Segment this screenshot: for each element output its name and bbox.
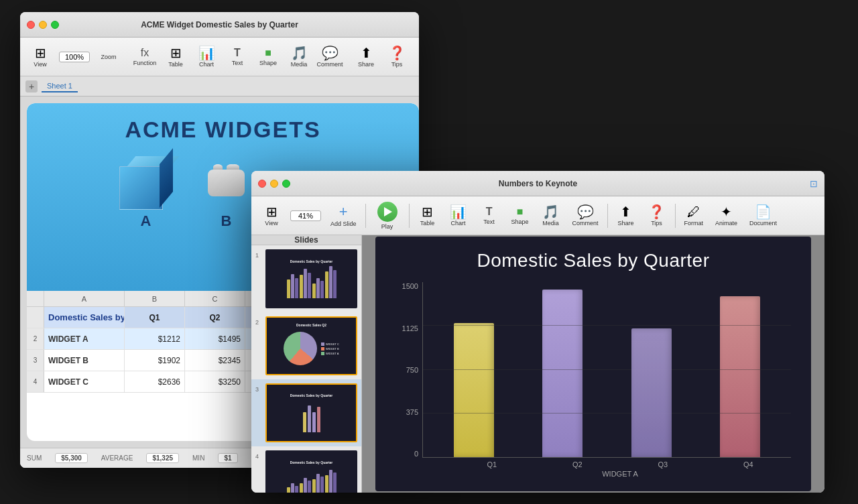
- play-button[interactable]: Play: [369, 199, 406, 233]
- mini-bar-group-4b: [300, 478, 311, 493]
- min-value: $1: [218, 453, 237, 463]
- keynote-minimize-button[interactable]: [270, 180, 278, 188]
- keynote-tips-button[interactable]: ❓ Tips: [642, 202, 672, 229]
- tips-icon: ❓: [389, 46, 406, 60]
- minimize-button[interactable]: [39, 21, 47, 29]
- widget-c-q1[interactable]: $2636: [125, 371, 185, 392]
- slide-thumb-3[interactable]: 3 Domestic Sales by Quarter: [251, 379, 361, 446]
- keynote-view-icon: ⊞: [266, 205, 278, 218]
- text-button[interactable]: T Text: [223, 45, 252, 69]
- header-q2[interactable]: Q2: [185, 307, 245, 328]
- widget-a-q1[interactable]: $1212: [125, 328, 185, 349]
- slide-preview-1[interactable]: Domestic Sales by Quarter: [265, 249, 357, 308]
- row-num-3: 3: [27, 350, 44, 371]
- share-icon: ⬆: [361, 46, 372, 60]
- widget-c-q2[interactable]: $3250: [185, 371, 245, 392]
- keynote-text-button[interactable]: T Text: [475, 204, 504, 228]
- keynote-chart-button[interactable]: 📊 Chart: [444, 202, 473, 229]
- view-button[interactable]: ⊞ View: [25, 44, 55, 70]
- comment-icon: 💬: [322, 46, 339, 60]
- col-header-c: C: [185, 291, 245, 306]
- mini-bar-4a1: [287, 487, 290, 493]
- share-button[interactable]: ⬆ Share: [351, 44, 381, 70]
- keynote-window-icon: ⊡: [810, 178, 818, 190]
- sheet-tab[interactable]: Sheet 1: [42, 80, 78, 92]
- mini-bar-3d: [317, 407, 320, 432]
- mini-slide-1: Domestic Sales by Quarter: [267, 251, 356, 307]
- slide-preview-2[interactable]: Domestic Sales Q2 WIDGET C WIDGE: [265, 316, 357, 375]
- y-label-750: 750: [406, 366, 418, 374]
- mini-bar-1d1: [325, 271, 328, 298]
- widget-b-q2[interactable]: $2345: [185, 350, 245, 371]
- slide-preview-4[interactable]: Domestic Sales by Quarter: [265, 450, 357, 493]
- zoom-button[interactable]: Zoom: [94, 51, 123, 63]
- widget-a-q2[interactable]: $1495: [185, 328, 245, 349]
- slide-preview-3[interactable]: Domestic Sales by Quarter: [265, 383, 357, 442]
- comment-button[interactable]: 💬 Comment: [315, 44, 345, 70]
- close-button[interactable]: [27, 21, 35, 29]
- slide-num-1: 1: [255, 249, 262, 259]
- chart-label: Chart: [199, 61, 214, 68]
- keynote-shape-button[interactable]: ■ Shape: [505, 204, 535, 228]
- keynote-maximize-button[interactable]: [282, 180, 290, 188]
- slide-thumb-2[interactable]: 2 Domestic Sales Q2 WIDGET C: [251, 312, 361, 379]
- tips-button[interactable]: ❓ Tips: [382, 44, 412, 70]
- keynote-sep-4: [675, 204, 676, 228]
- bar-group-q3: [607, 328, 696, 457]
- add-slide-button[interactable]: + Add Slide: [325, 202, 362, 230]
- keynote-share-button[interactable]: ⬆ Share: [611, 202, 641, 229]
- slides-panel: Slides 1 Domestic Sales by Quarter: [251, 235, 362, 493]
- zoom-display[interactable]: 100%: [59, 52, 90, 62]
- keynote-table-button[interactable]: ⊞ Table: [413, 202, 442, 229]
- product-b-toy: [200, 149, 253, 210]
- maximize-button[interactable]: [51, 21, 59, 29]
- shape-button[interactable]: ■ Shape: [253, 45, 283, 69]
- slide-thumb-4[interactable]: 4 Domestic Sales by Quarter: [251, 446, 361, 493]
- keynote-chart-icon: 📊: [450, 205, 467, 218]
- sum-label: SUM: [27, 454, 42, 462]
- product-b-label: B: [221, 212, 232, 230]
- chart-button[interactable]: 📊 Chart: [192, 44, 221, 70]
- format-button[interactable]: 🖊 Format: [418, 44, 419, 70]
- keynote-animate-label: Animate: [715, 220, 737, 227]
- keynote-view-button[interactable]: ⊞ View: [257, 202, 286, 229]
- shape-label: Shape: [259, 60, 277, 66]
- bar-group-q1: [430, 323, 518, 457]
- legend-color-b: [321, 347, 324, 351]
- keynote-format-button[interactable]: 🖊 Format: [679, 202, 709, 229]
- play-icon[interactable]: [377, 202, 397, 222]
- keynote-media-button[interactable]: 🎵 Media: [536, 202, 566, 229]
- mini-bar-4c3: [320, 477, 324, 493]
- function-button[interactable]: fx Function: [130, 45, 160, 69]
- keynote-zoom-display[interactable]: 41%: [290, 210, 321, 221]
- keynote-comment-icon: 💬: [577, 205, 594, 218]
- text-icon: T: [234, 48, 241, 58]
- pie-legend-c: WIDGET A: [321, 352, 339, 355]
- mini-bar-group-3d: [317, 407, 320, 432]
- chart-wrapper: 1500 1125 750 375 0: [395, 282, 791, 478]
- slide-thumb-1[interactable]: 1 Domestic Sales by Quarter: [251, 245, 361, 312]
- keynote-close-button[interactable]: [258, 180, 266, 188]
- slide-canvas-area: Domestic Sales by Quarter 1500 1125 750 …: [362, 235, 824, 493]
- widget-b-q1[interactable]: $1902: [125, 350, 185, 371]
- mini-chart-3: [303, 399, 320, 432]
- legend-label-a: WIDGET C: [326, 342, 339, 346]
- keynote-comment-button[interactable]: 💬 Comment: [567, 202, 604, 229]
- add-sheet-button[interactable]: +: [25, 80, 38, 92]
- mini-bar-1d3: [333, 270, 336, 298]
- mini-bar-4d3: [333, 472, 336, 493]
- header-q1[interactable]: Q1: [125, 307, 185, 328]
- keynote-animate-button[interactable]: ✦ Animate: [710, 202, 743, 229]
- mini-bar-3c: [312, 412, 316, 432]
- table-button[interactable]: ⊞ Table: [161, 44, 190, 70]
- min-label: MIN: [192, 454, 204, 462]
- media-button[interactable]: 🎵 Media: [284, 44, 314, 70]
- x-label-q3: Q3: [620, 458, 706, 468]
- mini-bar-3a: [303, 412, 306, 432]
- mini-bar-1b2: [304, 269, 307, 298]
- row-header-space: [27, 291, 44, 306]
- avg-value: $1,325: [146, 453, 179, 463]
- keynote-tips-icon: ❓: [648, 205, 665, 218]
- keynote-document-button[interactable]: 📄 Document: [744, 202, 782, 229]
- toy-body: [208, 170, 245, 196]
